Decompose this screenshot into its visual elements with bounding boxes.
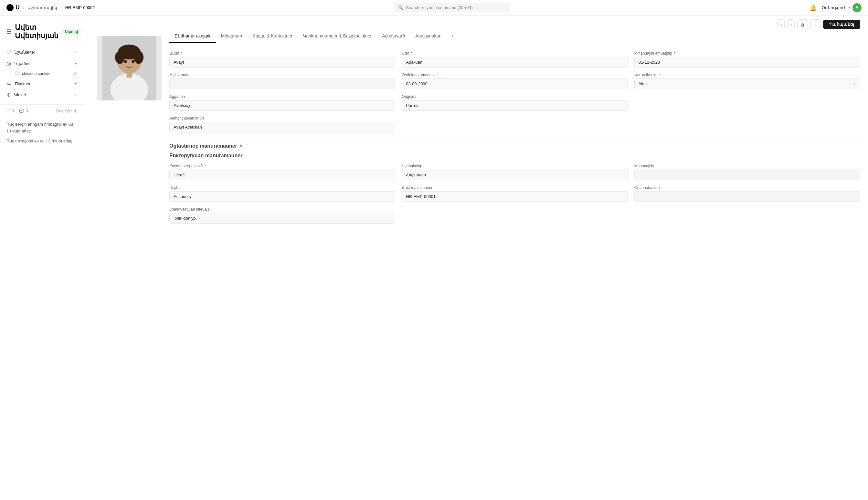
gender-input[interactable] xyxy=(402,100,628,111)
attachment-icon: ◎ xyxy=(7,60,11,67)
logo[interactable]: U xyxy=(7,4,20,11)
middlename-input[interactable] xyxy=(169,79,395,89)
form-row-4: Aumpnçaakan anun xyxy=(169,116,860,133)
tab-hasht[interactable]: Հaçцe & Кontaktner xyxy=(247,30,297,43)
tab-ashkhatavard[interactable]: Açhatavarð xyxy=(377,30,410,43)
activity-log-btn[interactable]: ՑԻՍՏԵHIL xyxy=(56,109,77,113)
share-icon: ⊕ xyxy=(7,92,11,98)
chevron-down-icon: ▾ xyxy=(849,5,850,10)
search-bar[interactable]: 🔍 Search or type a command (⌘ + G) xyxy=(394,3,510,12)
tab-anjaynakan[interactable]: Anajaynakan xyxy=(410,30,447,43)
status-select[interactable]: Aktiv Anaktiv xyxy=(634,79,860,89)
tab-kankhumn[interactable]: Կankhumnumner & Бazgkaciutner xyxy=(297,30,377,43)
form-group-joindate: Mihanuayni amuatpilр * xyxy=(634,51,860,68)
sidebar-item-pitakner[interactable]: 🏷 Пitakner + xyxy=(0,78,84,89)
kgornqner-add-btn[interactable]: + xyxy=(74,61,77,67)
file-name: close-up-confide xyxy=(22,71,50,76)
firstname-required: * xyxy=(181,51,183,56)
chevron-down-icon: ▾ xyxy=(240,144,242,149)
breadcrumb-parent[interactable]: Աշխատակից xyxy=(27,5,57,10)
print-btn[interactable]: 🖨 xyxy=(797,19,808,30)
official-label: Quahnataakan xyxy=(634,185,860,190)
joindate-input[interactable] xyxy=(634,57,860,68)
tab-mihagnum[interactable]: Mihagnum xyxy=(216,30,247,43)
employment-header[interactable]: Ogtastirnoç manuramauner ▾ xyxy=(169,143,860,153)
sidebar-khuvel-label: Կiuvel xyxy=(14,92,26,97)
manager-input[interactable] xyxy=(634,170,860,180)
firstname-input[interactable] xyxy=(169,57,395,68)
sidebar-item-kgornqner[interactable]: ◎ Կцorðner + xyxy=(0,58,84,69)
official-input[interactable] xyxy=(634,191,860,202)
birthdate-input[interactable] xyxy=(402,79,628,89)
user-menu-label: Օգնություն xyxy=(822,5,847,10)
employment-row-2: Пaçhi Հaçlетvniutjunner Quahnataakan xyxy=(169,185,860,202)
form-group-surname: Agganun xyxy=(169,94,395,111)
top-nav: U › Աշխատակից › HR-EMP-00002 🔍 Search or… xyxy=(0,0,868,15)
company-required: * xyxy=(205,164,206,168)
hamburger-icon[interactable]: ☰ xyxy=(7,28,12,35)
company-label: Kaçmuaктерutjuniã * xyxy=(169,164,395,168)
tab-personal[interactable]: Ընdhanur aknjark xyxy=(169,30,216,43)
breadcrumb-current: HR-EMP-00002 xyxy=(65,5,95,10)
sidebar-kgornqner-label: Կцorðner xyxy=(14,61,32,66)
company-input[interactable] xyxy=(169,170,395,180)
activity-note-2: Դuç unтeçðtel ek uu · 3 rniupt añaç xyxy=(7,138,77,145)
sidebar-file-left: 📄 close-up-confide xyxy=(15,71,50,76)
profile-form-wrapper: Ընdhanur aknjark Mihagnum Հaçцe & Кontak… xyxy=(84,30,868,236)
division-input[interactable] xyxy=(402,170,628,180)
fullname-input[interactable] xyxy=(169,122,395,133)
sidebar-item-left-2: ◎ Կцorðner xyxy=(7,60,32,67)
more-options-btn[interactable]: ··· xyxy=(811,19,821,30)
search-icon: 🔍 xyxy=(398,5,403,10)
branch-input[interactable] xyxy=(169,191,395,202)
save-btn[interactable]: Պահպանել xyxy=(823,20,860,29)
notification-bell-icon[interactable]: 🔔 xyxy=(810,4,816,11)
activity-notes: Դuç вerçin anngam hmbagrdi ek uu · 1 rni… xyxy=(0,117,84,151)
prev-btn[interactable]: ‹ xyxy=(777,19,785,30)
file-close-icon[interactable]: ✕ xyxy=(74,71,77,76)
naznaktel-add-btn[interactable]: + xyxy=(74,49,77,55)
sidebar-file-item[interactable]: 📄 close-up-confide ✕ xyxy=(0,69,84,78)
like-count: 0 xyxy=(12,109,14,113)
employment-section: Ogtastirnoç manuramauner ▾ Enктеруtyuan … xyxy=(169,143,860,224)
sidebar-item-khuvel[interactable]: ⊕ Կiuvel + xyxy=(0,89,84,101)
form-group-division: Нçanakniuр xyxy=(402,164,628,180)
comment-btn[interactable]: 💬 0 xyxy=(19,109,28,113)
svg-point-7 xyxy=(132,60,134,63)
section-divider xyxy=(169,138,860,138)
sidebar-pitakner-label: Пitakner xyxy=(15,81,30,86)
form-group-manager: Muaunajniç xyxy=(634,164,860,180)
child-company-input[interactable] xyxy=(402,191,628,202)
sidebar-item-naznaktel[interactable]: ♡ Նշանaktel + xyxy=(0,46,84,58)
toolbar-right: ‹ › 🖨 ··· Պահպանել xyxy=(777,19,860,30)
svg-point-5 xyxy=(134,51,144,64)
manager-label: Muaunajniç xyxy=(634,164,860,168)
khuvel-add-btn[interactable]: + xyxy=(74,92,77,98)
form-group-designation: Зрandvaotjuan inteualр xyxy=(169,207,395,224)
designation-input[interactable] xyxy=(169,213,395,224)
activity-note-1: Դuç вerçin anngam hmbagrdi ek uu · 1 rni… xyxy=(7,121,77,135)
sidebar-item-left: ♡ Նշանaktel xyxy=(7,49,35,55)
next-btn[interactable]: › xyxy=(787,19,794,30)
surname-input[interactable] xyxy=(169,100,395,111)
employment-title: Ogtastirnoç manuramauner xyxy=(169,143,237,149)
joindate-label: Mihanuayni amuatpilр * xyxy=(634,51,860,56)
main-layout: ☰ Ավետ Ավետիսյան Ակտիվ ♡ Նշանaktel + ◎ Կ… xyxy=(0,15,868,500)
pitakner-add-btn[interactable]: + xyxy=(74,81,77,87)
lastname-label: Uter * xyxy=(402,51,628,56)
form-group-branch: Пaçhi xyxy=(169,185,395,202)
lastname-input[interactable] xyxy=(402,57,628,68)
tab-more[interactable]: › xyxy=(447,30,459,43)
user-menu[interactable]: Օգնություն ▾ A xyxy=(822,3,861,12)
person-svg xyxy=(97,36,161,101)
tabs-bar: Ընdhanur aknjark Mihagnum Հaçцe & Кontak… xyxy=(161,30,868,43)
form-content: Անuñ * Uter * Mihanuayni amuatpilр * xyxy=(161,43,868,236)
form-group-company: Kaçmuaктерutjuniã * xyxy=(169,164,395,180)
form-group-status: Կarгacihnakр * Aktiv Anaktiv xyxy=(634,73,860,89)
search-area[interactable]: 🔍 Search or type a command (⌘ + G) xyxy=(394,3,510,12)
form-row-1: Անuñ * Uter * Mihanuayni amuatpilр * xyxy=(169,51,860,68)
page-toolbar: ‹ › 🖨 ··· Պահպանել xyxy=(84,15,868,30)
like-btn[interactable]: ♡ 0 xyxy=(7,109,14,113)
joindate-required: * xyxy=(674,51,675,56)
employee-photo xyxy=(97,36,161,101)
